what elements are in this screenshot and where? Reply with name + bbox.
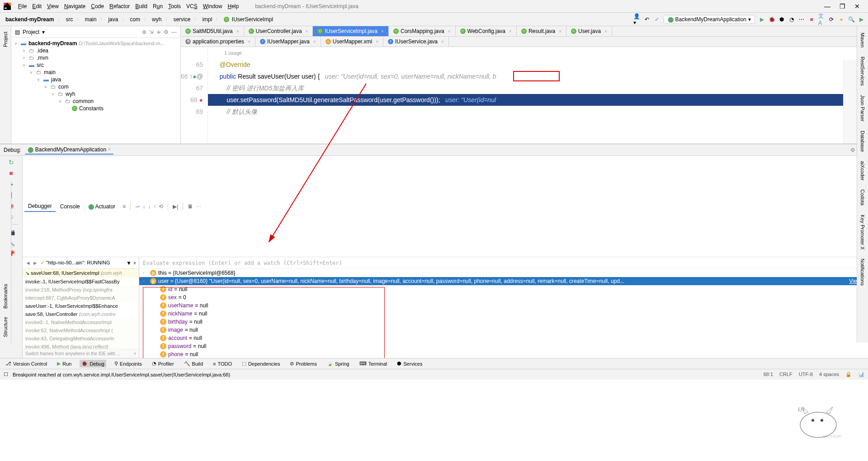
sidebar-bookmarks[interactable]: Bookmarks <box>2 282 9 310</box>
sidebar-keypromoter[interactable]: Key Promoter X <box>859 212 866 253</box>
thread-selector[interactable]: ✔ "http-nio-90...ain": RUNNING <box>40 259 124 267</box>
stop-icon[interactable]: ■ <box>9 169 13 177</box>
close-icon[interactable]: ✕ <box>854 3 860 10</box>
run-icon[interactable]: ▶ <box>759 16 765 23</box>
tool-debug[interactable]: 🐞 Debug <box>80 360 106 367</box>
sidebar-notifications[interactable]: Notifications <box>859 256 866 288</box>
sidebar-project[interactable]: Project <box>2 30 9 49</box>
frame-row[interactable]: invoke:43, DelegatingMethodAccessorIn <box>23 334 139 343</box>
tree-node[interactable]: >🗀.idea <box>13 47 179 54</box>
filter-icon[interactable]: ▼ <box>126 260 132 266</box>
menu-file[interactable]: File <box>15 2 29 10</box>
editor-body[interactable]: ✔ 65 66 ↑● @ 67 68 ● 69 1 usage @Overrid… <box>181 47 868 144</box>
frame-row[interactable]: invoke:62, NativeMethodAccessorImpl ( <box>23 326 139 334</box>
rerun-icon[interactable]: ↻ <box>9 159 14 166</box>
tree-node[interactable]: >🗀.mvn <box>13 54 179 61</box>
codota-icon[interactable]: ▶ <box>858 16 864 23</box>
editor-tab[interactable]: CCorsMapping.java× <box>389 26 456 36</box>
debugger-tab[interactable]: Debugger <box>24 201 56 212</box>
step-over-icon[interactable]: ⤻ <box>135 203 140 210</box>
variables-tree[interactable]: ›p this = {IUserServiceImpl@6568} vp use… <box>139 269 868 358</box>
tool-run[interactable]: ▶ Run <box>55 360 73 367</box>
menu-vcs[interactable]: VCS <box>184 2 200 10</box>
file-encoding[interactable]: UTF-8 <box>799 372 813 377</box>
editor-tab[interactable]: CUser.java× <box>566 26 612 36</box>
tool-version-control[interactable]: ⎇ Version Control <box>4 360 49 367</box>
editor-tab[interactable]: CUserController.java× <box>244 26 313 36</box>
refresh-icon[interactable]: ⟳ <box>828 16 835 23</box>
status-icon[interactable]: ☐ <box>4 372 8 377</box>
frame-row[interactable]: invoke:498, Method (java.lang.reflect) <box>23 343 139 349</box>
step-out-icon[interactable]: ↑ <box>153 203 156 210</box>
tree-node[interactable]: v▬java <box>13 76 179 83</box>
editor-tab[interactable]: xUserMapper.xml× <box>321 37 383 47</box>
frame-row[interactable]: invoke:218, MethodProxy (org.springfra <box>23 286 139 294</box>
menu-window[interactable]: Window <box>200 2 225 10</box>
frame-row[interactable]: invoke0:-1, NativeMethodAccessorImpl <box>23 318 139 326</box>
tool-spring[interactable]: 🍃 Spring <box>325 360 351 367</box>
tool-dependencies[interactable]: ⬚ Dependencies <box>240 360 282 367</box>
avatar-icon[interactable]: ● <box>838 16 844 23</box>
debug-config-tab[interactable]: ⬤BackendMyDreamApplication× <box>25 146 113 155</box>
tree-node[interactable]: v🗀wyh <box>13 90 179 98</box>
debug-icon[interactable]: 🐞 <box>769 16 775 23</box>
menu-view[interactable]: View <box>44 2 61 10</box>
translate-icon[interactable]: 文A <box>818 16 825 23</box>
readonly-icon[interactable]: 🔒 <box>845 372 852 377</box>
sidebar-rest[interactable]: RestServices <box>859 54 866 89</box>
sidebar-json[interactable]: Json Parser <box>859 92 866 124</box>
tree-node[interactable]: v🗀common <box>13 98 179 105</box>
menu-refactor[interactable]: Refactor <box>107 2 132 10</box>
evaluate-input[interactable]: Evaluate expression (Enter) or add a wat… <box>139 257 868 269</box>
frame-row[interactable]: intercept:687, CglibAopProxy$DynamicA <box>23 294 139 302</box>
tool-profiler[interactable]: ◔ Profiler <box>150 360 176 367</box>
stop-icon[interactable]: ■ <box>808 16 815 23</box>
frame-row[interactable]: ↘ saveUser:68, IUserServiceImpl (com.wyh <box>23 269 139 278</box>
collapse-icon[interactable]: ≑ <box>156 29 161 35</box>
var-user[interactable]: vp user = {User@8160} "User(id=null, sex… <box>139 277 868 285</box>
force-step-icon[interactable]: ↓ <box>148 203 151 210</box>
memory-icon[interactable]: 📊 <box>858 372 864 377</box>
frame-row[interactable]: saveUser:-1, IUserServiceImpl$$Enhance <box>23 302 139 310</box>
actuator-tab[interactable]: ⬤ Actuator <box>85 202 119 212</box>
tool-terminal[interactable]: ⌨ Terminal <box>358 360 389 367</box>
editor-tab[interactable]: IIUserService.java× <box>383 37 449 47</box>
frame-row[interactable]: save:58, UserController (com.wyh.contro <box>23 310 139 318</box>
tool-endpoints[interactable]: ⚲ Endpoints <box>113 360 144 367</box>
tree-node[interactable]: v🗀main <box>13 69 179 76</box>
console-tab[interactable]: Console <box>57 202 84 212</box>
indent-info[interactable]: 4 spaces <box>819 372 839 377</box>
menu-code[interactable]: Code <box>88 2 107 10</box>
usage-hint[interactable]: 1 usage <box>208 47 868 59</box>
caret-position[interactable]: 68:1 <box>764 372 773 377</box>
line-separator[interactable]: CRLF <box>779 372 793 377</box>
gear-icon[interactable]: ⚙ <box>850 147 855 153</box>
coverage-icon[interactable]: ⬢ <box>778 16 785 23</box>
profile-icon[interactable]: ◔ <box>788 16 795 23</box>
sidebar-aixcoder[interactable]: aiXcoder <box>859 158 866 183</box>
menu-navigate[interactable]: Navigate <box>61 2 88 10</box>
project-tree[interactable]: v▬ backend-myDream D:\Tools\JavaWorkSpac… <box>11 38 180 114</box>
step-into-icon[interactable]: ↓ <box>142 203 145 210</box>
tree-root[interactable]: v▬ backend-myDream D:\Tools\JavaWorkSpac… <box>13 40 179 47</box>
trace-icon[interactable]: ⋯ <box>196 203 201 210</box>
menu-help[interactable]: Help <box>225 2 241 10</box>
maximize-icon[interactable]: ❐ <box>840 3 845 10</box>
tree-node[interactable]: v🗀com <box>13 83 179 90</box>
breadcrumb[interactable]: backend-myDream〉 src〉 main〉 java〉 com〉 w… <box>4 16 275 23</box>
menu-run[interactable]: Run <box>150 2 165 10</box>
editor-tab[interactable]: IIUserMapper.java× <box>255 37 321 47</box>
sidebar-database[interactable]: Database <box>859 128 866 155</box>
tool-problems[interactable]: ⊘ Problems <box>288 360 318 367</box>
frame-row[interactable]: invoke:-1, IUserServiceImpl$$FastClassBy <box>23 278 139 286</box>
menu-build[interactable]: Build <box>132 2 150 10</box>
tool-services[interactable]: ⬢ Services <box>395 360 424 367</box>
tree-node[interactable]: v▬src <box>13 61 179 69</box>
editor-tab[interactable]: CResult.java× <box>517 26 566 36</box>
layout-icon[interactable]: ≡ <box>123 203 126 210</box>
frames-list[interactable]: ↘ saveUser:68, IUserServiceImpl (com.wyh… <box>23 269 139 349</box>
run-to-cursor-icon[interactable]: ▶| <box>173 203 178 210</box>
editor-tab[interactable]: CWebConfig.java× <box>456 26 517 36</box>
search-icon[interactable]: 🔍 <box>848 16 854 23</box>
drop-frame-icon[interactable]: ⟲ <box>159 203 163 210</box>
